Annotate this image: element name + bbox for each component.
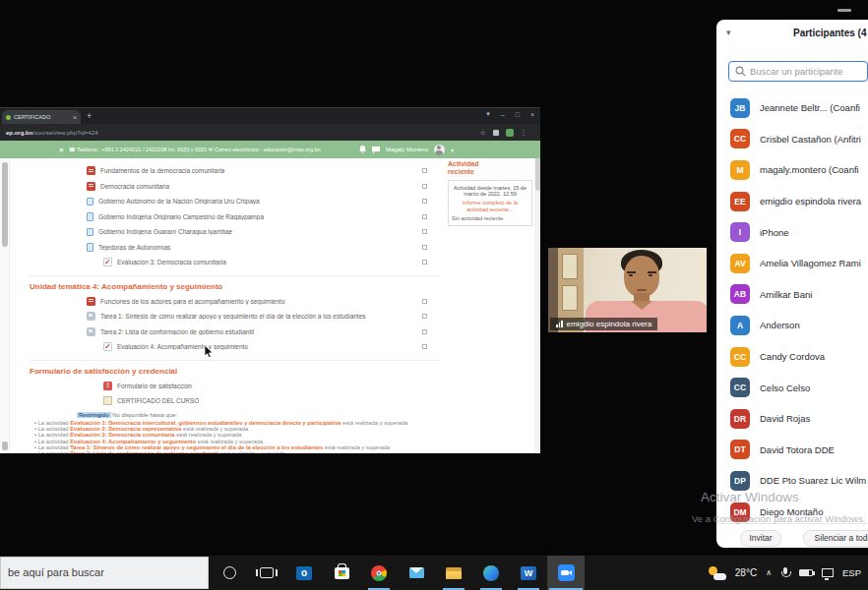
window-minimize-icon[interactable]: – xyxy=(501,111,505,118)
activity-label[interactable]: Gobierno Indígena Guaraní Charagua Iyamb… xyxy=(98,228,232,235)
participant-row[interactable]: CCCandy Cordova xyxy=(716,341,868,373)
course-activity-row[interactable]: Fundamentos de la democracia comunitaria xyxy=(30,163,441,179)
participant-row[interactable]: ABAmilkar Bani xyxy=(716,279,868,311)
tab-close-icon[interactable]: × xyxy=(73,114,77,121)
notifications-bell-icon[interactable] xyxy=(359,146,366,153)
completion-checkbox[interactable] xyxy=(422,344,427,349)
activity-label[interactable]: Fundamentos de la democracia comunitaria xyxy=(100,167,224,174)
new-tab-button[interactable]: + xyxy=(87,111,92,122)
activity-label[interactable]: Tarea 2: Lista de conformación de gobier… xyxy=(100,328,254,335)
activity-label[interactable]: Democracia comunitaria xyxy=(100,183,169,190)
browser-urlbar[interactable]: ep.org.bo/course/view.php?id=424 ☆ ⋮ xyxy=(0,124,540,141)
course-activity-row[interactable]: Gobierno Autónomo de la Nación Originari… xyxy=(30,194,441,209)
weather-icon[interactable] xyxy=(709,566,726,580)
participant-row[interactable]: CCCelso Celso xyxy=(716,372,868,403)
completion-checkbox[interactable] xyxy=(422,214,427,219)
participant-row[interactable]: AVAmelia Villagomez Rami xyxy=(716,248,868,279)
course-activity-row[interactable]: Gobierno Indígena Guaraní Charagua Iyamb… xyxy=(30,224,441,240)
activity-label[interactable]: CERTIFICADO DEL CURSO xyxy=(117,397,199,404)
completion-checkbox[interactable] xyxy=(422,245,427,250)
activity-label[interactable]: Funciones de los actores para el acompañ… xyxy=(100,298,285,305)
course-activity-row[interactable]: Tarea 1: Síntesis de cómo realizar apoyo… xyxy=(30,309,441,324)
user-menu-caret-icon[interactable]: ▾ xyxy=(451,147,454,153)
chrome-taskbar-button[interactable] xyxy=(360,556,398,590)
course-activity-row[interactable]: Gobierno Indígena Originario Campesino d… xyxy=(30,209,441,225)
participant-row[interactable]: CCCrisbel Castañon (Anfitri xyxy=(716,124,868,155)
participant-name: David Rojas xyxy=(760,413,810,424)
participant-row[interactable]: DTDavid Totora DDE xyxy=(716,435,868,466)
minimize-dash[interactable] xyxy=(837,9,851,12)
outlook-taskbar-button[interactable]: o xyxy=(285,556,323,590)
participant-row[interactable]: AAnderson xyxy=(716,310,868,341)
taskbar-search-input[interactable]: be aquí para buscar xyxy=(0,557,209,589)
messages-chat-icon[interactable] xyxy=(372,147,380,153)
system-tray: 28°C ∧ ESP xyxy=(709,556,868,590)
profile-avatar[interactable] xyxy=(506,129,514,137)
logged-in-user[interactable]: Magaly Montero xyxy=(386,147,428,152)
header-close-icon[interactable]: × xyxy=(59,146,64,154)
completion-checkbox[interactable] xyxy=(422,184,427,189)
participant-search-input[interactable]: Buscar un participante xyxy=(728,61,868,82)
battery-icon[interactable] xyxy=(799,569,813,576)
bookmark-star-icon[interactable]: ☆ xyxy=(480,129,486,137)
section-divider xyxy=(30,360,441,361)
window-restore-icon[interactable]: □ xyxy=(516,111,520,118)
cortana-icon xyxy=(223,566,236,579)
panel-collapse-icon[interactable]: ▾ xyxy=(726,28,731,37)
activity-label[interactable]: Tejedoras de Autonomías xyxy=(98,244,170,251)
left-scrollbar[interactable] xyxy=(0,158,10,453)
window-close-icon[interactable]: × xyxy=(530,111,534,118)
completion-checkbox[interactable] xyxy=(422,199,427,204)
completion-checkbox[interactable] xyxy=(422,299,427,304)
completion-checkbox[interactable] xyxy=(422,229,427,234)
completion-checkbox[interactable] xyxy=(422,314,427,319)
participant-avatar: CC xyxy=(730,129,750,148)
activity-label[interactable]: Gobierno Autónomo de la Nación Originari… xyxy=(98,198,260,205)
activity-label[interactable]: Evaluación 4: Acompañamiento y seguimien… xyxy=(117,343,248,350)
participant-row[interactable]: Mmagaly.montero (Coanfi xyxy=(716,154,868,186)
completion-checkbox[interactable] xyxy=(422,329,427,334)
task-view-taskbar-button[interactable] xyxy=(248,556,285,590)
store-taskbar-button[interactable] xyxy=(323,556,360,590)
course-activity-row[interactable]: Tarea 2: Lista de conformación de gobier… xyxy=(30,324,441,340)
network-icon[interactable] xyxy=(822,568,834,577)
activity-label[interactable]: Formulario de satisfacción xyxy=(117,383,192,389)
extensions-icon[interactable] xyxy=(493,130,499,136)
word-taskbar-button[interactable]: W xyxy=(510,556,547,590)
participant-row[interactable]: IiPhone xyxy=(716,216,868,248)
zoom-taskbar-button[interactable] xyxy=(547,556,585,590)
completion-checkbox[interactable] xyxy=(422,260,427,265)
activity-label[interactable]: Gobierno Indígena Originario Campesino d… xyxy=(98,213,264,220)
course-activity-row[interactable]: !Formulario de satisfacción xyxy=(30,379,441,394)
invite-button[interactable]: Invitar xyxy=(740,530,781,547)
activity-label[interactable]: Evaluación 3: Democracia comunitaria xyxy=(117,259,226,266)
tray-chevron-up-icon[interactable]: ∧ xyxy=(766,568,772,577)
participant-avatar: AV xyxy=(730,254,750,273)
mute-all-button[interactable]: Silenciar a todos xyxy=(803,530,868,547)
participant-row[interactable]: JBJeannete Beltr... (Coanfi xyxy=(716,92,868,124)
participant-row[interactable]: DRDavid Rojas xyxy=(716,403,868,435)
browser-tab[interactable]: CERTIFICADO × xyxy=(2,110,81,124)
recent-activity-link[interactable]: Informe completo de la actividad recient… xyxy=(452,200,528,211)
course-activity-row[interactable]: ✓Evaluación 3: Democracia comunitaria xyxy=(30,255,441,270)
course-activity-row[interactable]: ✓Evaluación 4: Acompañamiento y seguimie… xyxy=(30,339,441,355)
course-activity-row[interactable]: Tejedoras de Autonomías xyxy=(30,240,441,256)
participant-row[interactable]: EEemigdio espindola rivera xyxy=(716,186,868,217)
microphone-icon[interactable] xyxy=(780,567,790,579)
mail-taskbar-button[interactable] xyxy=(398,556,435,590)
participant-video-tile[interactable]: emigdio espindola rivera xyxy=(548,248,707,332)
course-activity-row[interactable]: Democracia comunitaria xyxy=(30,179,441,195)
browser-menu-icon[interactable]: ⋮ xyxy=(521,129,527,137)
temperature-label[interactable]: 28°C xyxy=(735,567,757,578)
user-avatar[interactable] xyxy=(434,145,445,155)
window-menu-icon[interactable]: ▾ xyxy=(486,110,490,118)
cortana-taskbar-button[interactable] xyxy=(211,556,248,590)
activity-label[interactable]: Tarea 1: Síntesis de cómo realizar apoyo… xyxy=(100,313,366,320)
page-scrollbar[interactable] xyxy=(534,158,540,453)
completion-checkbox[interactable] xyxy=(422,168,427,173)
edge-taskbar-button[interactable] xyxy=(472,556,510,590)
file-explorer-taskbar-button[interactable] xyxy=(435,556,472,590)
course-activity-row[interactable]: Funciones de los actores para el acompañ… xyxy=(30,294,441,310)
course-activity-row[interactable]: CERTIFICADO DEL CURSO xyxy=(30,393,441,409)
language-indicator[interactable]: ESP xyxy=(842,567,861,578)
